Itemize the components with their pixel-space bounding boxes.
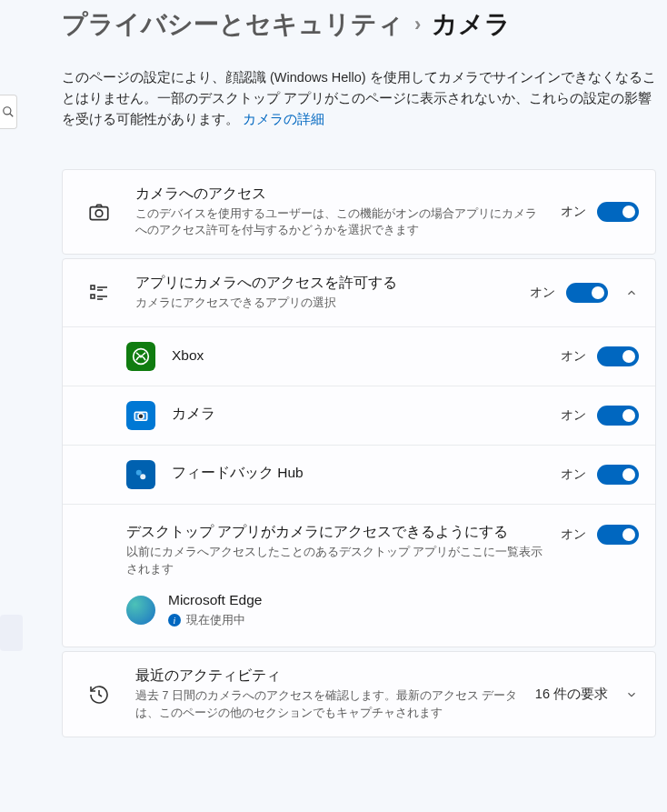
- breadcrumb-parent[interactable]: プライバシーとセキュリティ: [62, 7, 403, 42]
- camera-app-label: カメラ: [172, 405, 544, 424]
- row-app-camera: カメラ オン: [63, 386, 655, 445]
- breadcrumb: プライバシーとセキュリティ › カメラ: [62, 7, 656, 42]
- page-description: このページの設定により、顔認識 (Windows Hello) を使用してカメラ…: [62, 67, 656, 131]
- svg-point-13: [136, 470, 142, 476]
- card-apps-access: アプリにカメラへのアクセスを許可する カメラにアクセスできるアプリの選択 オン …: [62, 258, 656, 647]
- desktop-apps-toggle[interactable]: [597, 525, 639, 545]
- row-app-edge: Microsoft Edge i 現在使用中: [63, 581, 655, 647]
- recent-subtitle: 過去 7 日間のカメラへのアクセスを確認します。最新のアクセス データは、このペ…: [135, 687, 519, 722]
- apps-access-state: オン: [530, 285, 555, 301]
- recent-title: 最近のアクティビティ: [135, 667, 519, 686]
- chevron-down-icon[interactable]: [624, 687, 639, 702]
- row-desktop-apps: デスクトップ アプリがカメラにアクセスできるようにする 以前にカメラへアクセスし…: [63, 504, 655, 582]
- feedback-label: フィードバック Hub: [172, 464, 544, 483]
- svg-line-1: [10, 114, 14, 117]
- xbox-label: Xbox: [172, 347, 544, 364]
- edge-icon: [126, 596, 155, 625]
- camera-app-toggle[interactable]: [597, 406, 639, 426]
- xbox-icon: [126, 342, 155, 371]
- apps-list-icon: [86, 280, 112, 306]
- breadcrumb-separator: ›: [414, 13, 421, 36]
- row-app-feedback: フィードバック Hub オン: [63, 445, 655, 504]
- camera-access-toggle[interactable]: [597, 202, 639, 222]
- xbox-toggle[interactable]: [597, 346, 639, 366]
- recent-count: 16 件の要求: [535, 686, 608, 703]
- desktop-apps-title: デスクトップ アプリがカメラにアクセスできるようにする: [126, 523, 544, 542]
- apps-access-subtitle: カメラにアクセスできるアプリの選択: [135, 295, 513, 312]
- side-placeholder: [0, 615, 23, 651]
- history-icon: [86, 682, 112, 707]
- search-chip[interactable]: [0, 95, 17, 129]
- desktop-apps-subtitle: 以前にカメラへアクセスしたことのあるデスクトップ アプリがここに一覧表示されます: [126, 544, 544, 578]
- search-icon: [2, 105, 15, 118]
- edge-label: Microsoft Edge: [168, 592, 262, 608]
- feedback-state: オン: [561, 466, 586, 483]
- feedback-hub-icon: [126, 460, 155, 489]
- svg-point-12: [138, 414, 144, 419]
- row-apps-access[interactable]: アプリにカメラへのアクセスを許可する カメラにアクセスできるアプリの選択 オン: [63, 259, 655, 326]
- row-app-xbox: Xbox オン: [63, 326, 655, 386]
- svg-point-14: [140, 474, 145, 479]
- edge-status: i 現在使用中: [168, 612, 262, 628]
- breadcrumb-current: カメラ: [432, 7, 511, 42]
- camera-app-state: オン: [561, 407, 586, 424]
- svg-point-0: [4, 107, 11, 115]
- row-camera-access: カメラへのアクセス このデバイスを使用するユーザーは、この機能がオンの場合アプリ…: [63, 170, 655, 255]
- card-recent-activity: 最近のアクティビティ 過去 7 日間のカメラへのアクセスを確認します。最新のアク…: [62, 651, 656, 737]
- camera-access-subtitle: このデバイスを使用するユーザーは、この機能がオンの場合アプリにカメラへのアクセス…: [135, 206, 544, 240]
- apps-access-toggle[interactable]: [566, 283, 608, 303]
- xbox-state: オン: [561, 348, 586, 365]
- camera-app-icon: [126, 401, 155, 430]
- svg-point-3: [95, 210, 103, 217]
- camera-access-title: カメラへのアクセス: [135, 185, 544, 204]
- apps-access-title: アプリにカメラへのアクセスを許可する: [135, 274, 513, 293]
- chevron-up-icon[interactable]: [624, 286, 639, 300]
- row-recent-activity[interactable]: 最近のアクティビティ 過去 7 日間のカメラへのアクセスを確認します。最新のアク…: [63, 652, 655, 737]
- svg-rect-4: [91, 286, 95, 289]
- camera-access-state: オン: [561, 204, 586, 220]
- svg-point-15: [133, 602, 149, 618]
- card-camera-access: カメラへのアクセス このデバイスを使用するユーザーは、この機能がオンの場合アプリ…: [62, 169, 656, 256]
- svg-rect-2: [90, 206, 108, 219]
- feedback-toggle[interactable]: [597, 465, 639, 485]
- svg-rect-5: [91, 295, 95, 298]
- learn-more-link[interactable]: カメラの詳細: [243, 112, 324, 126]
- camera-icon: [86, 199, 112, 225]
- desktop-apps-state: オン: [561, 526, 586, 543]
- info-icon: i: [168, 614, 181, 627]
